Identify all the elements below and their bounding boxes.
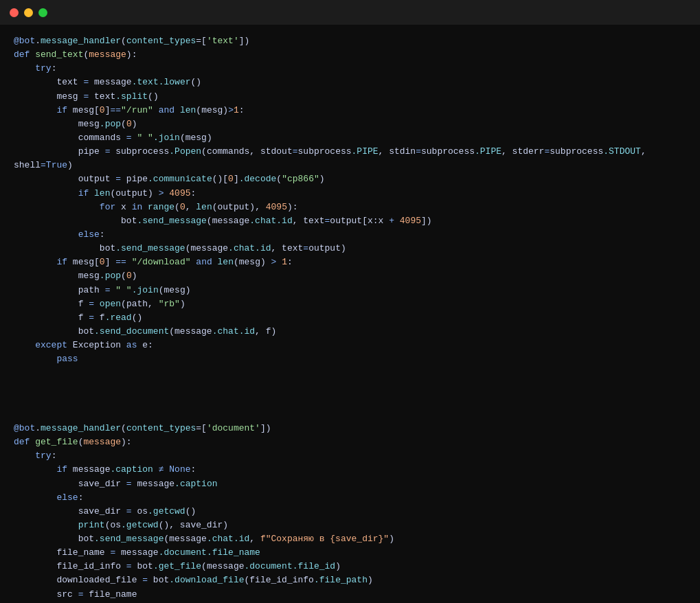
minimize-button[interactable] <box>24 8 33 17</box>
maximize-button[interactable] <box>38 8 47 17</box>
close-button[interactable] <box>10 8 19 17</box>
window: @bot.message_handler(content_types=['tex… <box>0 0 700 603</box>
titlebar <box>0 0 700 25</box>
code-editor[interactable]: @bot.message_handler(content_types=['tex… <box>0 25 700 603</box>
